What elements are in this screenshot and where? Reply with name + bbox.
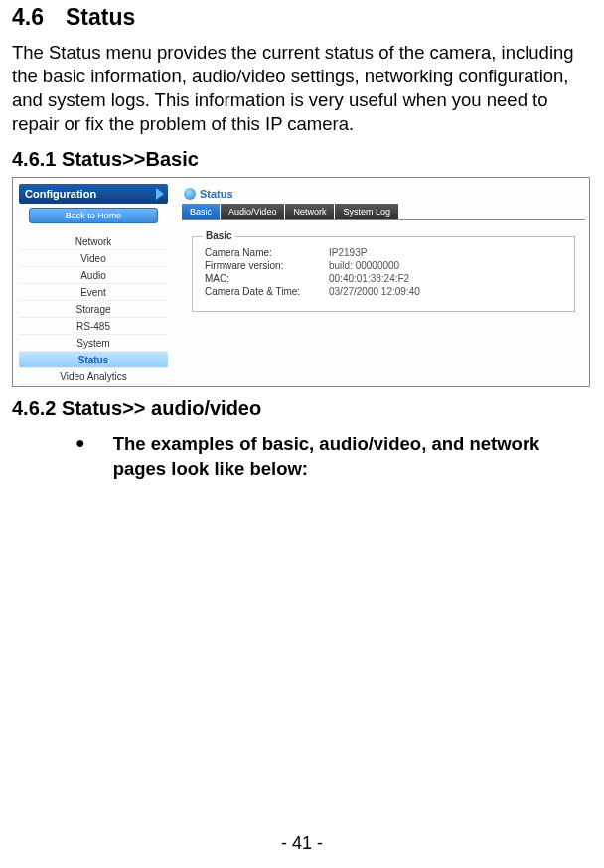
sidebar-item-video[interactable]: Video <box>19 250 168 267</box>
content-area: Status BasicAudio/VideoNetworkSystem Log… <box>182 184 585 312</box>
sidebar-item-system[interactable]: System <box>19 335 168 352</box>
field-label: Camera Date & Time: <box>205 286 329 297</box>
tab-basic[interactable]: Basic <box>182 204 220 219</box>
section-number: 4.6 <box>12 4 44 31</box>
field-value: 00:40:01:38:24:F2 <box>329 273 409 284</box>
section-title: Status <box>66 4 135 30</box>
field-row: Camera Date & Time:03/27/2000 12:09:40 <box>205 286 562 297</box>
bullet-text: The examples of basic, audio/video, and … <box>113 432 592 482</box>
section-description: The Status menu provides the current sta… <box>12 41 592 136</box>
sidebar-item-event[interactable]: Event <box>19 284 168 301</box>
sidebar-item-audio[interactable]: Audio <box>19 267 168 284</box>
tab-audio-video[interactable]: Audio/Video <box>221 204 284 219</box>
tab-network[interactable]: Network <box>285 204 334 219</box>
field-row: Firmware version:build: 00000000 <box>205 260 562 271</box>
sidebar-item-status[interactable]: Status <box>19 352 168 368</box>
subsection-2-heading: 4.6.2 Status>> audio/video <box>12 397 592 420</box>
nav-list: NetworkVideoAudioEventStorageRS-485Syste… <box>19 233 168 385</box>
bullet-icon: ● <box>76 432 85 454</box>
status-header: Status <box>182 184 585 204</box>
sidebar-item-rs-485[interactable]: RS-485 <box>19 318 168 335</box>
field-value: 03/27/2000 12:09:40 <box>329 286 420 297</box>
field-label: Camera Name: <box>205 247 329 258</box>
status-basic-screenshot: Configuration Back to Home NetworkVideoA… <box>12 177 590 387</box>
field-value: IP2193P <box>329 247 367 258</box>
field-row: Camera Name:IP2193P <box>205 247 562 258</box>
sidebar-item-network[interactable]: Network <box>19 233 168 250</box>
field-row: MAC:00:40:01:38:24:F2 <box>205 273 562 284</box>
field-value: build: 00000000 <box>329 260 399 271</box>
basic-fieldset: Basic Camera Name:IP2193PFirmware versio… <box>192 236 575 312</box>
sidebar-item-storage[interactable]: Storage <box>19 301 168 318</box>
configuration-label: Configuration <box>25 188 96 200</box>
section-heading: 4.6Status <box>12 4 592 31</box>
field-label: Firmware version: <box>205 260 329 271</box>
bullet-list: ● The examples of basic, audio/video, an… <box>12 432 592 482</box>
field-label: MAC: <box>205 273 329 284</box>
configuration-button[interactable]: Configuration <box>19 184 168 204</box>
subsection-1-heading: 4.6.1 Status>>Basic <box>12 148 592 171</box>
back-label: Back to Home <box>66 211 122 220</box>
tab-system-log[interactable]: System Log <box>335 204 398 219</box>
bullet-item: ● The examples of basic, audio/video, an… <box>76 432 592 482</box>
sidebar: Configuration Back to Home NetworkVideoA… <box>19 184 168 385</box>
back-to-home-button[interactable]: Back to Home <box>29 208 158 223</box>
page-number: - 41 - <box>0 833 604 854</box>
status-title: Status <box>200 188 233 200</box>
field-rows: Camera Name:IP2193PFirmware version:buil… <box>205 247 562 297</box>
fieldset-legend: Basic <box>203 230 235 241</box>
sidebar-item-video-analytics[interactable]: Video Analytics <box>19 368 168 385</box>
status-icon <box>184 188 196 200</box>
tab-bar: BasicAudio/VideoNetworkSystem Log <box>182 204 585 220</box>
